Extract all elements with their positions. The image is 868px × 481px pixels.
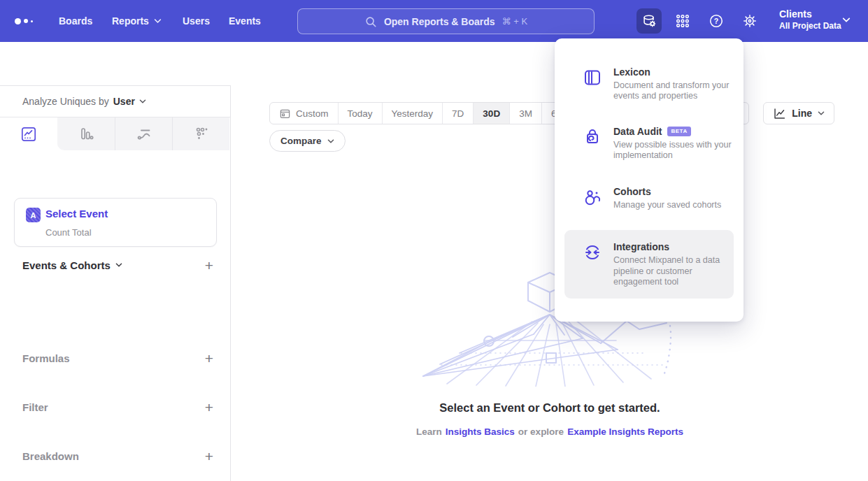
nav-item-boards[interactable]: Boards bbox=[59, 0, 92, 42]
compare-label: Compare bbox=[280, 136, 322, 146]
apps-grid-button[interactable] bbox=[670, 8, 695, 34]
inactive-tabs bbox=[57, 117, 229, 150]
filter-label: Filter bbox=[22, 401, 48, 413]
breakdown-section: Breakdown + bbox=[22, 446, 213, 466]
range-7d[interactable]: 7D bbox=[442, 103, 473, 124]
analyze-uniques-selector[interactable]: Analyze Uniques by User bbox=[22, 86, 146, 117]
learn-prefix: Learn bbox=[416, 426, 442, 437]
menu-item-title: Integrations bbox=[613, 241, 669, 252]
chart-type-label: Line bbox=[792, 108, 812, 119]
search-shortcut: ⌘ + K bbox=[502, 16, 528, 27]
range-30d-active[interactable]: 30D bbox=[473, 103, 509, 124]
chart-type-dropdown[interactable]: Line bbox=[763, 102, 834, 124]
menu-item-desc: View possible issues with your implement… bbox=[613, 140, 734, 161]
nav-item-events[interactable]: Events bbox=[229, 0, 261, 42]
example-insights-reports-link[interactable]: Example Insights Reports bbox=[567, 426, 683, 437]
breakdown-label: Breakdown bbox=[22, 450, 79, 462]
nav-label: Users bbox=[183, 15, 210, 27]
menu-item-integrations[interactable]: Integrations Connect Mixpanel to a data … bbox=[564, 230, 734, 299]
nav-item-users[interactable]: Users bbox=[183, 0, 210, 42]
range-label: 30D bbox=[483, 108, 500, 119]
lexicon-book-icon bbox=[583, 66, 602, 102]
analyze-value: User bbox=[113, 96, 135, 107]
chart-type-tabs bbox=[0, 117, 230, 150]
events-cohorts-header[interactable]: Events & Cohorts bbox=[22, 259, 122, 271]
menu-item-desc: Connect Mixpanel to a data pipeline or c… bbox=[613, 255, 734, 287]
empty-state-links: Learn Insights Basics or explore Example… bbox=[232, 426, 868, 437]
cohorts-icon bbox=[583, 186, 602, 210]
top-nav: Boards Reports Users Events Open Reports… bbox=[0, 0, 868, 42]
line-chart-icon bbox=[773, 107, 786, 120]
data-audit-icon bbox=[583, 126, 602, 161]
help-icon: ? bbox=[709, 13, 724, 29]
chevron-down-icon bbox=[139, 99, 146, 104]
chevron-down-icon[interactable] bbox=[842, 17, 851, 23]
tab-bar-chart[interactable] bbox=[57, 117, 115, 150]
formulas-section: Formulas + bbox=[22, 348, 213, 368]
chevron-down-icon bbox=[115, 262, 122, 268]
line-chart-tab-icon bbox=[20, 126, 37, 143]
search-placeholder: Open Reports & Boards bbox=[384, 16, 495, 27]
integrations-icon bbox=[583, 241, 602, 287]
formulas-label: Formulas bbox=[22, 352, 70, 364]
event-series-badge: A bbox=[26, 208, 41, 222]
analyze-prefix: Analyze Uniques by bbox=[22, 96, 109, 107]
nav-label: Events bbox=[229, 15, 261, 27]
compare-button[interactable]: Compare bbox=[269, 130, 346, 152]
add-formula-button[interactable]: + bbox=[205, 351, 213, 366]
range-3m[interactable]: 3M bbox=[509, 103, 541, 124]
range-label: Today bbox=[348, 108, 373, 119]
flow-chart-tab-icon bbox=[136, 126, 152, 143]
menu-item-data-audit[interactable]: Data Audit BETA View possible issues wit… bbox=[555, 119, 744, 168]
nav-label: Boards bbox=[59, 15, 92, 27]
global-search-input[interactable]: Open Reports & Boards ⌘ + K bbox=[297, 8, 595, 34]
add-breakdown-button[interactable]: + bbox=[205, 449, 213, 464]
range-label: 3M bbox=[519, 108, 532, 119]
help-button[interactable]: ? bbox=[704, 8, 729, 34]
chevron-down-icon bbox=[154, 18, 162, 24]
tab-line-chart[interactable] bbox=[0, 117, 57, 150]
nav-item-reports[interactable]: Reports bbox=[112, 0, 162, 42]
range-yesterday[interactable]: Yesterday bbox=[382, 103, 443, 124]
beta-badge: BETA bbox=[667, 127, 690, 136]
menu-item-title: Cohorts bbox=[613, 186, 651, 197]
range-label: Yesterday bbox=[392, 108, 434, 119]
range-today[interactable]: Today bbox=[338, 103, 382, 124]
menu-item-cohorts[interactable]: Cohorts Manage your saved cohorts bbox=[555, 179, 744, 217]
chevron-down-icon bbox=[818, 110, 825, 116]
calendar-icon bbox=[279, 108, 291, 120]
select-event-label[interactable]: Select Event bbox=[45, 208, 108, 220]
range-label: 7D bbox=[452, 108, 464, 119]
or-explore-text: or explore bbox=[518, 426, 564, 437]
range-custom[interactable]: Custom bbox=[270, 103, 338, 124]
insights-basics-link[interactable]: Insights Basics bbox=[446, 426, 515, 437]
count-total-selector[interactable]: Count Total bbox=[45, 227, 92, 238]
apps-grid-icon bbox=[675, 13, 690, 29]
database-gear-icon bbox=[641, 13, 657, 29]
menu-item-title: Lexicon bbox=[613, 66, 650, 78]
data-management-button[interactable] bbox=[636, 8, 662, 34]
events-cohorts-section: Events & Cohorts + bbox=[22, 255, 213, 275]
range-label: Custom bbox=[296, 108, 329, 119]
bar-chart-tab-icon bbox=[78, 126, 94, 143]
filter-section: Filter + bbox=[22, 397, 213, 417]
menu-item-lexicon[interactable]: Lexicon Document and transform your even… bbox=[555, 59, 744, 109]
nav-label: Reports bbox=[112, 15, 149, 27]
menu-item-title: Data Audit bbox=[613, 126, 662, 137]
chevron-down-icon bbox=[327, 138, 334, 144]
mixpanel-logo[interactable] bbox=[15, 0, 33, 42]
add-event-button[interactable]: + bbox=[205, 258, 213, 273]
menu-item-desc: Document and transform your events and p… bbox=[613, 80, 734, 102]
add-filter-button[interactable]: + bbox=[205, 400, 213, 415]
org-name: Clients bbox=[779, 8, 841, 20]
menu-item-desc: Manage your saved cohorts bbox=[613, 200, 734, 210]
event-selector-card[interactable]: A Select Event Count Total bbox=[14, 198, 217, 247]
settings-button[interactable] bbox=[737, 8, 762, 34]
project-selector[interactable]: Clients All Project Data bbox=[779, 8, 841, 31]
data-management-menu: Lexicon Document and transform your even… bbox=[555, 38, 744, 322]
tab-scatter-chart[interactable] bbox=[172, 117, 229, 150]
report-canvas: Custom Today Yesterday 7D 30D 3M 6M Comp… bbox=[232, 85, 868, 481]
tab-flow-chart[interactable] bbox=[115, 117, 172, 150]
query-builder-sidebar: Analyze Uniques by User bbox=[0, 85, 231, 481]
search-icon bbox=[364, 15, 377, 28]
